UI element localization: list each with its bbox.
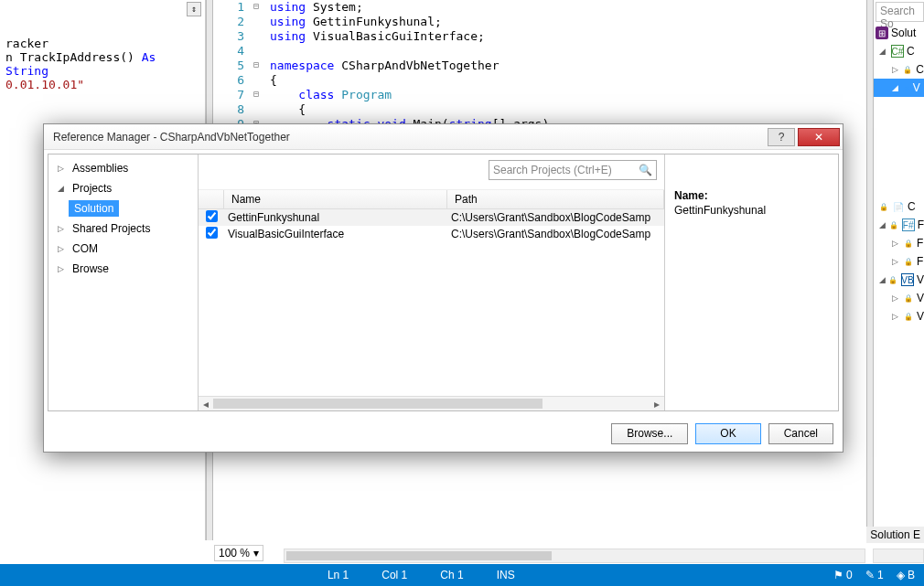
fsharp-icon: F# xyxy=(902,218,915,231)
project-node[interactable]: ◢C#C xyxy=(874,42,924,60)
status-col: Col 1 xyxy=(381,569,407,581)
solution-explorer-tab[interactable]: Solution E xyxy=(866,527,924,543)
project-node[interactable]: 🔒📄C xyxy=(874,197,924,216)
tree-item[interactable]: ▷🔒V xyxy=(874,307,924,325)
detail-name-value: GettinFunkyshunal xyxy=(674,204,829,217)
code-content[interactable]: using System; using GettinFunkyshunal; u… xyxy=(270,0,866,132)
tree-item[interactable]: ▷🔒C xyxy=(874,60,924,79)
nav-shared-projects[interactable]: ▷Shared Projects xyxy=(48,218,198,239)
projects-list: Search Projects (Ctrl+E) 🔍 Name Path Get… xyxy=(199,154,664,410)
solution-explorer-pane: Search So ⊞Solut ◢C#C ▷🔒C ◢▫▫V 🔒📄C ◢🔒F#F… xyxy=(874,0,924,540)
tree-item[interactable]: ▷🔒F xyxy=(874,252,924,271)
close-button[interactable]: ✕ xyxy=(798,128,840,146)
nav-com[interactable]: ▷COM xyxy=(48,239,198,259)
detail-name-label: Name: xyxy=(674,189,829,202)
lock-icon: 🔒 xyxy=(904,294,913,303)
project-row[interactable]: VisualBasicGuiInterface C:\Users\Grant\S… xyxy=(199,226,664,242)
status-ch: Ch 1 xyxy=(440,569,463,581)
project-node[interactable]: ◢🔒VBV xyxy=(874,271,924,289)
expand-both-icon[interactable]: ⇕ xyxy=(187,2,201,16)
zoom-combo[interactable]: 100 %▾ xyxy=(214,545,263,561)
search-projects-input[interactable]: Search Projects (Ctrl+E) 🔍 xyxy=(489,160,657,180)
nav-solution[interactable]: Solution xyxy=(69,200,119,217)
dialog-nav: ▷Assemblies ◢Projects Solution ▷Shared P… xyxy=(48,154,199,410)
status-flag-icon[interactable]: ⚑ 0 xyxy=(833,569,853,581)
expand-icon[interactable]: ▷ xyxy=(892,239,901,248)
expand-icon[interactable]: ◢ xyxy=(879,275,886,284)
expand-icon[interactable]: ▷ xyxy=(892,312,901,321)
chevron-down-icon: ◢ xyxy=(58,184,67,193)
lock-icon: 🔒 xyxy=(889,221,898,229)
status-edit-icon[interactable]: ✎ 1 xyxy=(865,569,884,581)
status-b-icon[interactable]: ◈ B xyxy=(897,569,915,581)
csharp-icon: C# xyxy=(891,45,904,58)
horizontal-scrollbar[interactable] xyxy=(284,549,865,563)
chevron-right-icon: ▷ xyxy=(58,164,67,173)
tree-item[interactable]: ▷🔒V xyxy=(874,289,924,307)
nav-projects[interactable]: ◢Projects xyxy=(48,178,198,198)
solution-icon: ⊞ xyxy=(876,27,888,39)
chevron-down-icon: ▾ xyxy=(253,547,259,559)
row-checkbox[interactable] xyxy=(206,210,218,222)
list-horizontal-scrollbar[interactable]: ◂ ▸ xyxy=(199,396,664,410)
solution-search-input[interactable]: Search So xyxy=(876,2,924,22)
chevron-right-icon: ▷ xyxy=(58,264,67,273)
tree-item[interactable]: ▷🔒F xyxy=(874,234,924,252)
horizontal-scrollbar[interactable] xyxy=(873,549,924,563)
expand-icon[interactable]: ◢ xyxy=(879,47,888,56)
scroll-right-icon[interactable]: ▸ xyxy=(650,397,664,410)
fold-minus-icon[interactable]: ⊟ xyxy=(253,59,259,69)
reference-manager-dialog: Reference Manager - CSharpAndVbNetTogeth… xyxy=(43,123,843,453)
fold-minus-icon[interactable]: ⊟ xyxy=(253,1,259,11)
references-icon: ▫▫ xyxy=(904,84,909,92)
lock-icon: 🔒 xyxy=(879,203,888,211)
vertical-splitter[interactable] xyxy=(866,0,874,540)
nav-browse[interactable]: ▷Browse xyxy=(48,259,198,279)
chevron-right-icon: ▷ xyxy=(58,244,67,253)
dialog-title: Reference Manager - CSharpAndVbNetTogeth… xyxy=(53,131,768,144)
ok-button[interactable]: OK xyxy=(695,423,760,444)
status-bar: Ln 1 Col 1 Ch 1 INS ⚑ 0 ✎ 1 ◈ B xyxy=(0,564,924,586)
header-path[interactable]: Path xyxy=(447,190,664,208)
expand-icon[interactable]: ▷ xyxy=(892,65,900,74)
file-icon: 📄 xyxy=(892,200,905,213)
search-icon: 🔍 xyxy=(639,164,652,176)
expand-icon[interactable]: ▷ xyxy=(892,293,901,303)
fold-minus-icon[interactable]: ⊟ xyxy=(253,89,259,99)
lock-icon: 🔒 xyxy=(904,313,913,321)
chevron-right-icon: ▷ xyxy=(58,224,67,233)
project-row[interactable]: GettinFunkyshunal C:\Users\Grant\Sandbox… xyxy=(199,209,664,226)
project-node[interactable]: ◢🔒F#F xyxy=(874,216,924,234)
detail-panel: Name: GettinFunkyshunal xyxy=(664,154,838,410)
lock-icon: 🔒 xyxy=(904,240,913,248)
lock-icon: 🔒 xyxy=(903,66,912,74)
expand-icon[interactable]: ◢ xyxy=(879,220,886,229)
nav-assemblies[interactable]: ▷Assemblies xyxy=(48,158,198,178)
expand-icon[interactable]: ◢ xyxy=(892,83,901,92)
vb-icon: VB xyxy=(901,273,914,286)
browse-button[interactable]: Browse... xyxy=(611,423,688,444)
status-ins[interactable]: INS xyxy=(497,569,515,581)
row-checkbox[interactable] xyxy=(206,227,218,239)
help-button[interactable]: ? xyxy=(768,128,795,146)
dialog-titlebar[interactable]: Reference Manager - CSharpAndVbNetTogeth… xyxy=(44,124,843,150)
header-name[interactable]: Name xyxy=(224,190,447,208)
scroll-left-icon[interactable]: ◂ xyxy=(199,397,213,410)
status-line: Ln 1 xyxy=(328,569,349,581)
cancel-button[interactable]: Cancel xyxy=(768,423,833,444)
expand-icon[interactable]: ▷ xyxy=(892,257,901,266)
lock-icon: 🔒 xyxy=(904,258,913,266)
lock-icon: 🔒 xyxy=(888,276,897,284)
solution-node[interactable]: ⊞Solut xyxy=(874,24,924,42)
tree-item-selected[interactable]: ◢▫▫V xyxy=(874,79,924,97)
list-headers[interactable]: Name Path xyxy=(199,189,664,209)
